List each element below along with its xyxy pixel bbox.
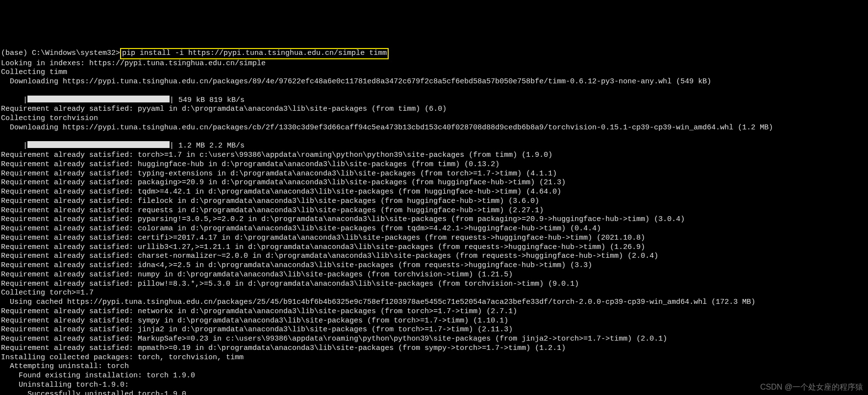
output-line: Attempting uninstall: torch <box>1 362 867 371</box>
output-line: Requirement already satisfied: tqdm>=4.4… <box>1 188 867 197</box>
output-line: Requirement already satisfied: mpmath>=0… <box>1 344 867 353</box>
output-line: Collecting torchvision <box>1 114 867 123</box>
progress-bar-1: || 549 kB 819 kB/s <box>1 96 245 104</box>
output-line: Requirement already satisfied: packaging… <box>1 178 867 188</box>
output-line: Requirement already satisfied: colorama … <box>1 224 867 234</box>
command-highlight: pip install -i https://pypi.tuna.tsinghu… <box>120 48 389 59</box>
output-line: Collecting timm <box>1 68 867 77</box>
output-line: Requirement already satisfied: MarkupSaf… <box>1 335 867 344</box>
output-line: Installing collected packages: torch, to… <box>1 353 867 363</box>
output-line: Requirement already satisfied: idna<4,>=… <box>1 261 867 271</box>
output-line: Looking in indexes: https://pypi.tuna.ts… <box>1 59 867 69</box>
output-line: Requirement already satisfied: pyyaml in… <box>1 105 867 114</box>
output-line: Requirement already satisfied: requests … <box>1 206 867 216</box>
command-text: pip install -i https://pypi.tuna.tsinghu… <box>122 49 387 57</box>
output-line: Requirement already satisfied: typing-ex… <box>1 170 867 179</box>
output-line: Requirement already satisfied: numpy in … <box>1 271 867 280</box>
output-line: Requirement already satisfied: jinja2 in… <box>1 325 867 335</box>
progress-text-1: 549 kB 819 kB/s <box>174 96 245 104</box>
output-line: Using cached https://pypi.tuna.tsinghua.… <box>1 298 867 307</box>
output-line: Downloading https://pypi.tuna.tsinghua.e… <box>1 77 867 87</box>
output-line: Uninstalling torch-1.9.0: <box>1 381 867 390</box>
output-line: Requirement already satisfied: networkx … <box>1 307 867 317</box>
output-line: Requirement already satisfied: torch>=1.… <box>1 151 867 160</box>
output-line: Requirement already satisfied: filelock … <box>1 197 867 206</box>
progress-fill <box>27 96 170 102</box>
output-line: Requirement already satisfied: sympy in … <box>1 317 867 326</box>
output-line: Requirement already satisfied: pyparsing… <box>1 215 867 224</box>
prompt-prefix: (base) C:\Windows\system32> <box>1 49 120 57</box>
output-line: Collecting torch>=1.7 <box>1 289 867 298</box>
output-line: Found existing installation: torch 1.9.0 <box>1 371 867 381</box>
output-line: Requirement already satisfied: certifi>=… <box>1 234 867 243</box>
progress-fill <box>27 141 170 148</box>
progress-text-2: 1.2 MB 2.2 MB/s <box>174 142 245 150</box>
output-line: Requirement already satisfied: charset-n… <box>1 252 867 261</box>
terminal-output[interactable]: (base) C:\Windows\system32>pip install -… <box>0 37 868 395</box>
prompt-line: (base) C:\Windows\system32>pip install -… <box>1 49 389 57</box>
output-line: Requirement already satisfied: huggingfa… <box>1 160 867 170</box>
output-line: Downloading https://pypi.tuna.tsinghua.e… <box>1 123 867 133</box>
output-line: Requirement already satisfied: urllib3<1… <box>1 243 867 252</box>
output-line: Successfully uninstalled torch-1.9.0 <box>1 390 867 395</box>
output-line: Requirement already satisfied: pillow!=8… <box>1 280 867 289</box>
progress-bar-2: || 1.2 MB 2.2 MB/s <box>1 142 245 150</box>
